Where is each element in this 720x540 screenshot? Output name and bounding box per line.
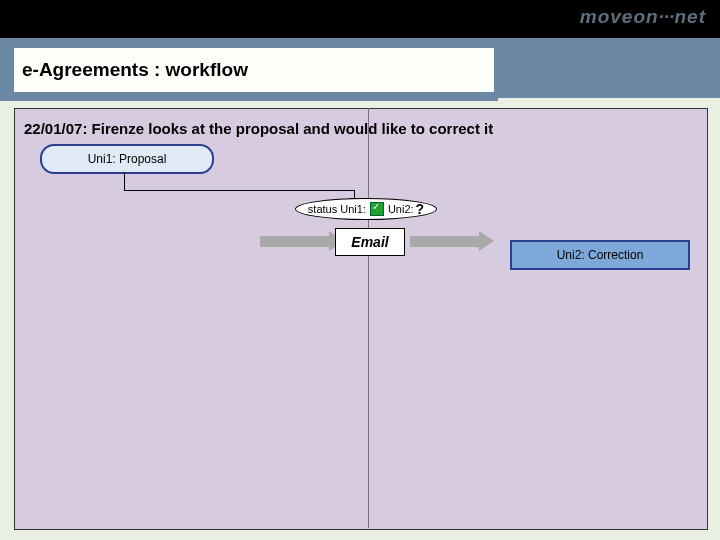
band-underline (0, 98, 498, 101)
status-uni1-label: status Uni1: (308, 203, 366, 215)
slide-caption: 22/01/07: Firenze looks at the proposal … (24, 120, 493, 137)
page-title: e-Agreements : workflow (14, 59, 248, 81)
panel-divider (368, 108, 369, 528)
brand-name: moveon (580, 6, 659, 27)
status-uni2-value: ? (416, 201, 425, 217)
connector-vertical-1 (124, 172, 125, 190)
brand-suffix: net (675, 6, 707, 27)
node-email-label: Email (351, 234, 388, 250)
status-uni2-label: Uni2: (388, 203, 414, 215)
node-uni1-proposal-label: Uni1: Proposal (88, 152, 167, 166)
title-box: e-Agreements : workflow (14, 48, 494, 92)
node-uni1-proposal: Uni1: Proposal (40, 144, 214, 174)
brand-dots: ··· (659, 6, 675, 27)
slide-stage: moveon···net e-Agreements : workflow 22/… (0, 0, 720, 540)
check-icon (370, 202, 384, 216)
connector-horizontal (124, 190, 354, 191)
node-uni2-correction-label: Uni2: Correction (557, 248, 644, 262)
node-email: Email (335, 228, 405, 256)
brand-logo: moveon···net (580, 6, 706, 28)
arrow-left-icon (260, 236, 330, 247)
node-status: status Uni1: Uni2: ? (295, 198, 437, 220)
title-band: e-Agreements : workflow (0, 40, 720, 98)
arrow-right-icon (410, 236, 480, 247)
node-uni2-correction: Uni2: Correction (510, 240, 690, 270)
